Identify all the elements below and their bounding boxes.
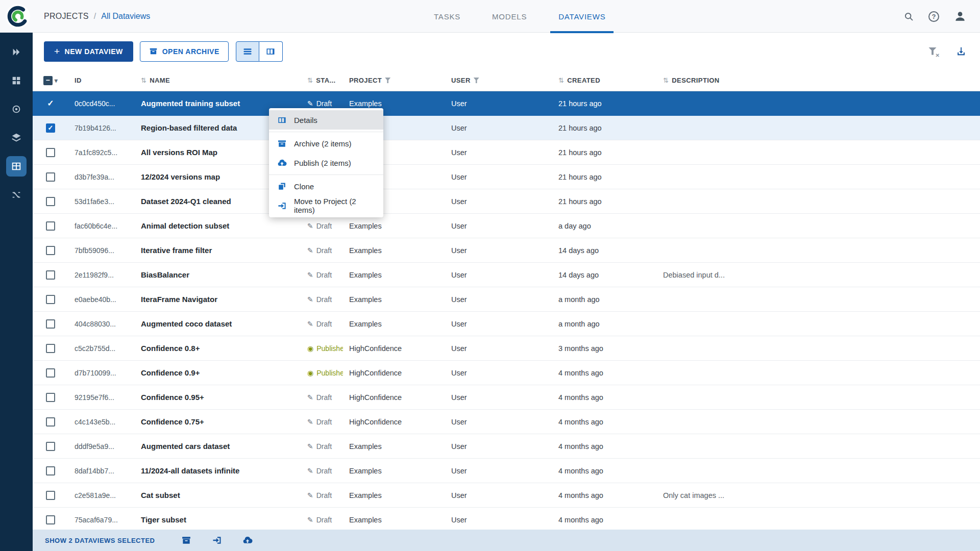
row-checkbox[interactable] xyxy=(46,466,55,475)
plus-icon: + xyxy=(54,46,60,56)
breadcrumb-current[interactable]: All Dataviews xyxy=(101,12,150,21)
menu-item-move-to-project[interactable]: Move to Project (2 items) xyxy=(269,196,383,215)
menu-item-publish[interactable]: Publish (2 items) xyxy=(269,153,383,172)
pipelines-icon[interactable] xyxy=(6,185,27,205)
row-name[interactable]: Confidence 0.8+ xyxy=(135,344,301,353)
open-archive-button[interactable]: OPEN ARCHIVE xyxy=(140,41,229,62)
row-checkbox[interactable] xyxy=(46,270,55,280)
table-row[interactable]: c2e581a9e... Cat subset ✎ Draft Examples… xyxy=(33,483,980,508)
row-checkbox[interactable] xyxy=(46,319,55,329)
column-header-created[interactable]: ⇅ CREATED xyxy=(552,77,657,84)
table-row[interactable]: d3b7fe39a... 12/2024 versions map User 2… xyxy=(33,165,980,189)
column-header-status[interactable]: ⇅ STA... xyxy=(301,77,343,84)
column-header-name[interactable]: ⇅ NAME xyxy=(135,77,301,84)
filter-funnel-icon[interactable] xyxy=(385,78,390,83)
select-all-checkbox[interactable] xyxy=(43,76,53,85)
row-checkbox[interactable] xyxy=(46,123,55,133)
app-logo[interactable] xyxy=(5,4,31,29)
row-project: Examples xyxy=(343,442,445,450)
row-checkbox[interactable] xyxy=(46,368,55,378)
split-view-icon[interactable] xyxy=(259,41,283,62)
sort-icon[interactable]: ⇅ xyxy=(141,77,146,84)
select-menu-caret-icon[interactable]: ▾ xyxy=(55,77,58,84)
row-checkbox-cell xyxy=(33,319,68,329)
table-row[interactable]: e0aebe40b... IteraFrame Navigator ✎ Draf… xyxy=(33,287,980,312)
row-name[interactable]: IteraFrame Navigator xyxy=(135,295,301,304)
row-checkbox[interactable] xyxy=(46,148,55,157)
table-row[interactable]: 2e11982f9... BiasBalancer ✎ Draft Exampl… xyxy=(33,263,980,287)
table-row[interactable]: 7b19b4126... Region-based filtered data … xyxy=(33,116,980,140)
table-row[interactable]: 75acaf6a79... Tiger subset ✎ Draft Examp… xyxy=(33,508,980,530)
row-name[interactable]: Confidence 0.9+ xyxy=(135,368,301,377)
tab-tasks[interactable]: TASKS xyxy=(432,0,462,33)
filter-funnel-icon[interactable] xyxy=(474,78,479,83)
table-row[interactable]: 404c88030... Augmented coco dataset ✎ Dr… xyxy=(33,312,980,336)
column-header-user[interactable]: USER xyxy=(445,77,552,84)
projects-icon[interactable] xyxy=(6,42,27,62)
annotations-icon[interactable] xyxy=(6,99,27,119)
row-checkbox[interactable] xyxy=(46,197,55,206)
row-name[interactable]: BiasBalancer xyxy=(135,270,301,279)
row-checkbox[interactable] xyxy=(46,172,55,182)
table-row[interactable]: c4c143e5b... Confidence 0.75+ ✎ Draft Hi… xyxy=(33,410,980,434)
selection-count-label[interactable]: SHOW 2 DATAVIEWS SELECTED xyxy=(45,537,155,544)
row-name[interactable]: Animal detection subset xyxy=(135,221,301,230)
sort-icon[interactable]: ⇅ xyxy=(663,77,669,84)
menu-item-details[interactable]: Details xyxy=(269,110,383,130)
menu-item-clone[interactable]: Clone xyxy=(269,177,383,196)
row-checkbox[interactable] xyxy=(46,99,55,108)
row-checkbox[interactable] xyxy=(46,393,55,402)
publish-icon[interactable] xyxy=(242,535,253,545)
row-checkbox[interactable] xyxy=(46,344,55,353)
status-icon: ✎ xyxy=(307,320,313,328)
table-row[interactable]: 0c0cd450c... Augmented training subset ✎… xyxy=(33,91,980,116)
column-header-description[interactable]: ⇅ DESCRIPTION xyxy=(657,77,980,84)
row-name[interactable]: Confidence 0.75+ xyxy=(135,417,301,426)
table-row[interactable]: 7a1fc892c5... All versions ROI Map User … xyxy=(33,140,980,165)
table-row[interactable]: c5c2b755d... Confidence 0.8+ ◉ Published… xyxy=(33,336,980,361)
row-name[interactable]: Cat subset xyxy=(135,491,301,499)
row-name[interactable]: Iterative frame filter xyxy=(135,246,301,255)
search-icon[interactable] xyxy=(903,11,914,22)
table-view-icon[interactable] xyxy=(236,41,259,62)
row-checkbox[interactable] xyxy=(46,491,55,500)
table-row[interactable]: dddf9e5a9... Augmented cars dataset ✎ Dr… xyxy=(33,434,980,459)
menu-item-archive[interactable]: Archive (2 items) xyxy=(269,134,383,153)
row-checkbox[interactable] xyxy=(46,221,55,231)
row-checkbox[interactable] xyxy=(46,442,55,451)
row-name[interactable]: Confidence 0.95+ xyxy=(135,393,301,402)
sort-icon[interactable]: ⇅ xyxy=(307,77,313,84)
sort-icon[interactable]: ⇅ xyxy=(558,77,564,84)
breadcrumb-projects[interactable]: PROJECTS xyxy=(44,12,89,21)
tab-dataviews[interactable]: DATAVIEWS xyxy=(556,0,607,33)
column-header-id[interactable]: ID xyxy=(68,77,135,84)
clear-filters-icon[interactable]: ✕ xyxy=(928,46,938,57)
details-icon xyxy=(277,115,287,125)
row-name[interactable]: Augmented training subset xyxy=(135,99,301,108)
tab-models[interactable]: MODELS xyxy=(490,0,529,33)
move-to-project-icon[interactable] xyxy=(212,535,222,545)
row-name[interactable]: Tiger subset xyxy=(135,515,301,524)
row-checkbox[interactable] xyxy=(46,295,55,304)
table-row[interactable]: d7b710099... Confidence 0.9+ ◉ Published… xyxy=(33,361,980,385)
row-checkbox[interactable] xyxy=(46,246,55,255)
table-row[interactable]: 53d1fa6e3... Dataset 2024-Q1 cleaned Use… xyxy=(33,189,980,214)
row-checkbox[interactable] xyxy=(46,417,55,427)
column-header-project[interactable]: PROJECT xyxy=(343,77,445,84)
download-icon[interactable] xyxy=(955,46,967,57)
row-name[interactable]: 11/2024-all datasets infinite xyxy=(135,466,301,475)
row-name[interactable]: Augmented coco dataset xyxy=(135,319,301,328)
help-icon[interactable]: ? xyxy=(928,11,939,22)
row-checkbox[interactable] xyxy=(46,515,55,524)
user-profile-icon[interactable] xyxy=(953,10,967,23)
table-row[interactable]: 92195e7f6... Confidence 0.95+ ✎ Draft Hi… xyxy=(33,385,980,410)
table-row[interactable]: fac60b6c4e... Animal detection subset ✎ … xyxy=(33,214,980,238)
archive-icon[interactable] xyxy=(181,535,191,545)
new-dataview-button[interactable]: + NEW DATAVIEW xyxy=(44,41,133,62)
table-row[interactable]: 7bfb59096... Iterative frame filter ✎ Dr… xyxy=(33,238,980,263)
hyperdatasets-icon[interactable] xyxy=(6,128,27,148)
row-name[interactable]: Augmented cars dataset xyxy=(135,442,301,450)
datasets-icon[interactable] xyxy=(6,70,27,91)
table-row[interactable]: 8daf14bb7... 11/2024-all datasets infini… xyxy=(33,459,980,483)
dataviews-icon[interactable] xyxy=(6,156,27,177)
